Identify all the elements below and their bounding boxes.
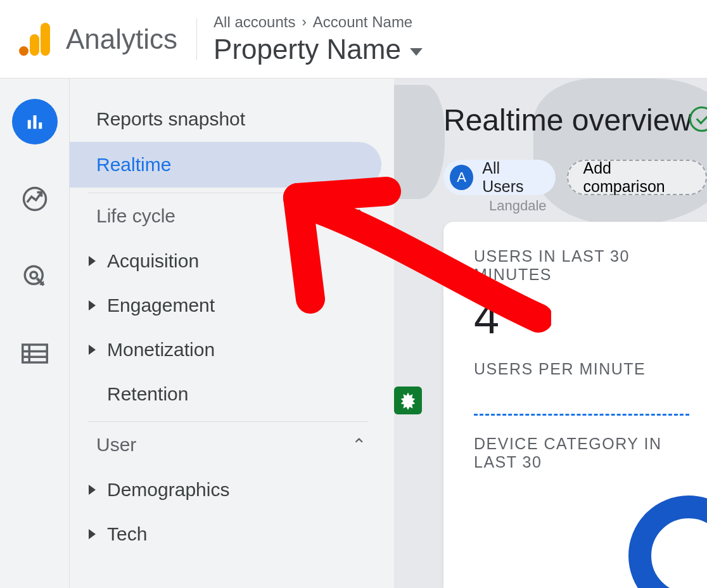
comparison-chips: A All Users Add comparison	[443, 160, 707, 195]
spacer	[89, 394, 96, 395]
expand-triangle-icon	[89, 485, 96, 495]
nav-realtime[interactable]: Realtime	[70, 142, 381, 188]
chip-letter-badge: A	[450, 165, 473, 190]
svg-point-8	[30, 272, 37, 279]
analytics-logo-icon	[19, 23, 51, 56]
svg-point-2	[19, 46, 29, 56]
nav-reports-snapshot[interactable]: Reports snapshot	[70, 96, 381, 142]
nav-label: Tech	[107, 523, 147, 545]
rail-configure-button[interactable]	[12, 331, 58, 376]
nav-label: Acquisition	[107, 250, 199, 272]
nav-label: Monetization	[107, 339, 215, 361]
chip-label: All Users	[482, 159, 541, 196]
account-selector[interactable]: All accounts › Account Name Property Nam…	[213, 13, 423, 65]
map-marker-icon[interactable]	[394, 387, 422, 414]
users-per-minute-label: USERS PER MINUTE	[474, 360, 689, 378]
property-selector[interactable]: Property Name	[213, 34, 423, 65]
nav-acquisition[interactable]: Acquisition	[70, 239, 394, 283]
nav-tech[interactable]: Tech	[70, 512, 394, 556]
reports-sidebar: Reports snapshot Realtime Life cycle ⌃ A…	[70, 79, 394, 588]
icon-rail	[0, 79, 70, 588]
page-title: Realtime overview	[443, 103, 692, 137]
breadcrumb-account-name[interactable]: Account Name	[313, 13, 412, 31]
nav-engagement[interactable]: Engagement	[70, 283, 394, 328]
svg-rect-5	[39, 122, 42, 129]
section-user[interactable]: User ⌃	[70, 422, 394, 468]
main-content: Langdale Gibsons Bowen Island Realtime o…	[394, 79, 707, 588]
header-divider	[196, 18, 197, 60]
rail-explore-button[interactable]	[12, 176, 58, 222]
expand-triangle-icon	[89, 300, 96, 310]
breadcrumb: All accounts › Account Name	[213, 13, 423, 31]
svg-rect-1	[30, 34, 39, 56]
chevron-up-icon: ⌃	[352, 435, 366, 456]
device-donut-chart	[628, 495, 707, 588]
section-label: User	[96, 434, 136, 456]
rail-reports-button[interactable]	[12, 99, 58, 144]
logo-section: Analytics	[19, 23, 177, 56]
nav-label: Retention	[107, 383, 188, 405]
property-name: Property Name	[213, 34, 401, 65]
chip-all-users[interactable]: A All Users	[443, 160, 556, 195]
chip-add-comparison[interactable]: Add comparison	[567, 160, 708, 195]
chevron-right-icon: ›	[302, 14, 306, 30]
svg-rect-0	[41, 23, 50, 56]
rail-advertising-button[interactable]	[12, 253, 58, 299]
svg-rect-3	[27, 120, 30, 129]
sparkline-placeholder	[474, 414, 689, 416]
dropdown-triangle-icon	[410, 48, 423, 56]
nav-label: Realtime	[96, 154, 171, 176]
nav-monetization[interactable]: Monetization	[70, 328, 394, 372]
nav-label: Engagement	[107, 295, 215, 316]
section-life-cycle[interactable]: Life cycle ⌃	[70, 193, 394, 239]
map-label-langdale: Langdale	[489, 198, 547, 214]
nav-label: Reports snapshot	[96, 108, 245, 130]
nav-label: Demographics	[107, 479, 229, 501]
users-last-30-value: 4	[474, 291, 689, 343]
device-category-label: DEVICE CATEGORY IN LAST 30	[474, 435, 689, 471]
expand-triangle-icon	[89, 345, 96, 355]
nav-retention[interactable]: Retention	[70, 372, 394, 416]
section-label: Life cycle	[96, 205, 175, 227]
chevron-up-icon: ⌃	[352, 206, 366, 227]
svg-rect-9	[22, 345, 47, 362]
svg-rect-4	[33, 115, 36, 129]
product-name: Analytics	[66, 23, 177, 55]
expand-triangle-icon	[89, 529, 96, 539]
body-wrapper: Reports snapshot Realtime Life cycle ⌃ A…	[0, 79, 707, 588]
expand-triangle-icon	[89, 256, 96, 266]
realtime-card: USERS IN LAST 30 MINUTES 4 USERS PER MIN…	[443, 222, 707, 588]
users-last-30-label: USERS IN LAST 30 MINUTES	[474, 247, 689, 284]
breadcrumb-all-accounts[interactable]: All accounts	[213, 13, 295, 31]
nav-demographics[interactable]: Demographics	[70, 468, 394, 512]
chip-label: Add comparison	[583, 159, 691, 196]
app-header: Analytics All accounts › Account Name Pr…	[0, 0, 707, 79]
